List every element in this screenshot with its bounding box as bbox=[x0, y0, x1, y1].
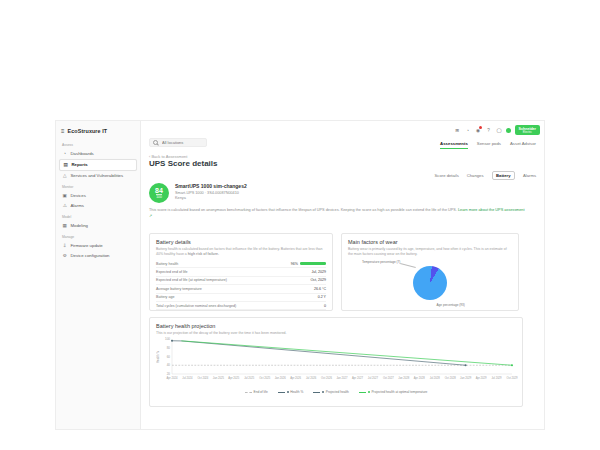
sidebar-item-label: Devices bbox=[71, 193, 86, 198]
battery-row-value: 96% bbox=[291, 262, 326, 266]
firmware-update-icon: ⇩ bbox=[62, 243, 68, 248]
legend-label: End of life bbox=[254, 390, 268, 394]
svg-text:Apr 2028: Apr 2028 bbox=[414, 376, 425, 380]
battery-details-description: Battery health is calculated based on fa… bbox=[156, 247, 326, 258]
subtab-alarms[interactable]: Alarms bbox=[523, 173, 536, 178]
wear-description: Battery wear is primarily caused by its … bbox=[348, 247, 512, 258]
bell-icon[interactable]: ◉ bbox=[475, 127, 482, 134]
svg-text:Jul 2029: Jul 2029 bbox=[491, 376, 502, 380]
legend-swatch bbox=[245, 392, 252, 393]
projection-legend: End of lifeHealth %Projected healthProje… bbox=[156, 390, 516, 394]
sidebar-section-label: Monitor bbox=[56, 181, 140, 191]
subtab-score-details[interactable]: Score details bbox=[435, 173, 459, 178]
tab-asset-advisor[interactable]: Asset Advisor bbox=[510, 141, 536, 149]
devices-icon: ▣ bbox=[62, 193, 68, 198]
legend-item-health: Health % bbox=[278, 390, 304, 394]
svg-text:Apr 2024: Apr 2024 bbox=[167, 376, 178, 380]
legend-marker-dot bbox=[322, 391, 324, 393]
svg-text:Jan 2026: Jan 2026 bbox=[275, 376, 287, 380]
wear-title: Main factors of wear bbox=[348, 239, 512, 245]
svg-text:Oct 2026: Oct 2026 bbox=[321, 376, 332, 380]
battery-details-description-text: Battery health is calculated based on fa… bbox=[156, 247, 322, 256]
sidebar-item-services-and-vulnerabilities[interactable]: △Services and Vulnerabilities bbox=[56, 171, 140, 181]
page-title: UPS Score details bbox=[149, 159, 217, 168]
sidebar-item-label: Dashboards bbox=[71, 151, 94, 156]
shield-icon: △ bbox=[62, 173, 68, 178]
battery-row: Expected end of life (at optimal tempera… bbox=[156, 277, 326, 285]
svg-text:Health %: Health % bbox=[156, 351, 160, 364]
legend-swatch bbox=[359, 392, 366, 393]
grid-icon[interactable]: ⊞ bbox=[454, 127, 461, 134]
battery-row: Total cycles (cumulative nominal ones di… bbox=[156, 302, 326, 310]
dashboard-icon: ◔ bbox=[62, 151, 68, 156]
sidebar-item-label: Alarms bbox=[71, 203, 84, 208]
search-icon bbox=[153, 140, 158, 145]
sidebar-item-label: Reports bbox=[72, 162, 88, 167]
sidebar-item-device-configuration[interactable]: ⚙Device configuration bbox=[56, 250, 140, 260]
device-model-serial: Smart-UPS 1000 · 3S4-00087N00410 bbox=[175, 191, 247, 195]
sidebar-item-label: Modeling bbox=[71, 223, 88, 228]
svg-text:Jan 2027: Jan 2027 bbox=[336, 376, 348, 380]
reports-icon: ▤ bbox=[63, 162, 69, 167]
green-dot-icon[interactable] bbox=[506, 128, 511, 133]
battery-row-label: Expected end of life (at optimal tempera… bbox=[156, 278, 227, 282]
battery-row-label: Total cycles (cumulative nominal ones di… bbox=[156, 304, 236, 308]
sidebar-item-alarms[interactable]: ⚠Alarms bbox=[56, 201, 140, 211]
score-description: This score is calculated based on anonym… bbox=[149, 207, 527, 219]
schneider-logo[interactable]: SchneiderElectric bbox=[515, 125, 540, 135]
legend-item-end-of-life: End of life bbox=[245, 390, 268, 394]
svg-text:Jul 2027: Jul 2027 bbox=[368, 376, 379, 380]
svg-text:40: 40 bbox=[167, 364, 171, 368]
sidebar-section-label: Manage bbox=[56, 231, 140, 241]
legend-label: Health % bbox=[290, 390, 303, 394]
series-line-projected-health-at-optimal-temperature bbox=[181, 341, 512, 365]
main-content: ⊞◔◉?◯ SchneiderElectric AssessmentsSenso… bbox=[141, 121, 544, 429]
svg-text:Apr 2029: Apr 2029 bbox=[476, 376, 487, 380]
legend-marker-dot bbox=[287, 391, 289, 393]
pie-label-temperature: Temperature percentage (7) bbox=[362, 260, 400, 264]
legend-marker-dot bbox=[368, 391, 370, 393]
sidebar-item-modeling[interactable]: ▦Modeling bbox=[56, 220, 140, 230]
modeling-icon: ▦ bbox=[62, 223, 68, 228]
device-name: SmartUPS 1000 sim-changes2 bbox=[175, 183, 247, 189]
legend-label: Projected health bbox=[326, 390, 349, 394]
svg-text:Jul 2028: Jul 2028 bbox=[430, 376, 441, 380]
legend-item-projected-health-at-optimal-temperature: Projected health at optimal temperature bbox=[359, 390, 427, 394]
subtab-changes[interactable]: Changes bbox=[467, 173, 484, 178]
chart-icon[interactable]: ◔ bbox=[464, 127, 471, 134]
main-tabs: AssessmentsSensor podsAsset Advisor bbox=[440, 141, 536, 149]
svg-text:Apr 2026: Apr 2026 bbox=[290, 376, 301, 380]
battery-rows: Battery health96%Expected end of lifeJul… bbox=[156, 260, 326, 310]
sidebar-item-label: Services and Vulnerabilities bbox=[71, 173, 124, 178]
battery-health-bar bbox=[300, 262, 326, 265]
location-search[interactable] bbox=[149, 138, 207, 147]
svg-text:Oct 2029: Oct 2029 bbox=[507, 376, 518, 380]
schneider-logo-line2: Electric bbox=[523, 131, 532, 134]
battery-row-value: Jul, 2029 bbox=[311, 270, 326, 274]
battery-row: Expected end of lifeJul, 2029 bbox=[156, 268, 326, 276]
sidebar-item-devices[interactable]: ▣Devices bbox=[56, 191, 140, 201]
score-summary: 84 100 SmartUPS 1000 sim-changes2 Smart-… bbox=[149, 183, 247, 203]
tab-assessments[interactable]: Assessments bbox=[440, 141, 468, 149]
battery-row: Average battery temperature26.6 °C bbox=[156, 285, 326, 293]
tab-sensor-pods[interactable]: Sensor pods bbox=[477, 141, 501, 149]
battery-details-title: Battery details bbox=[156, 239, 326, 245]
sidebar: ≡ EcoStruxure IT Assess◔Dashboards▤Repor… bbox=[56, 121, 141, 429]
help-icon[interactable]: ? bbox=[485, 127, 492, 134]
user-icon[interactable]: ◯ bbox=[496, 127, 503, 134]
svg-text:20: 20 bbox=[167, 372, 171, 376]
sidebar-item-dashboards[interactable]: ◔Dashboards bbox=[56, 149, 140, 159]
hamburger-menu-icon[interactable]: ≡ bbox=[61, 128, 65, 134]
sidebar-item-firmware-update[interactable]: ⇩Firmware update bbox=[56, 240, 140, 250]
search-input[interactable] bbox=[160, 139, 203, 146]
sub-tabs: Score detailsChangesBatteryAlarms bbox=[435, 171, 536, 180]
svg-text:Jan 2028: Jan 2028 bbox=[398, 376, 410, 380]
battery-row-value: 26.6 °C bbox=[314, 287, 326, 291]
svg-text:100: 100 bbox=[165, 337, 170, 341]
device-location: Kenya bbox=[175, 196, 247, 200]
battery-row: Battery age0.2 Y bbox=[156, 294, 326, 302]
subtab-battery[interactable]: Battery bbox=[492, 171, 515, 180]
sidebar-item-reports[interactable]: ▤Reports bbox=[59, 159, 137, 171]
score-max: 100 bbox=[156, 194, 162, 199]
series-line-projected-health bbox=[181, 341, 465, 365]
